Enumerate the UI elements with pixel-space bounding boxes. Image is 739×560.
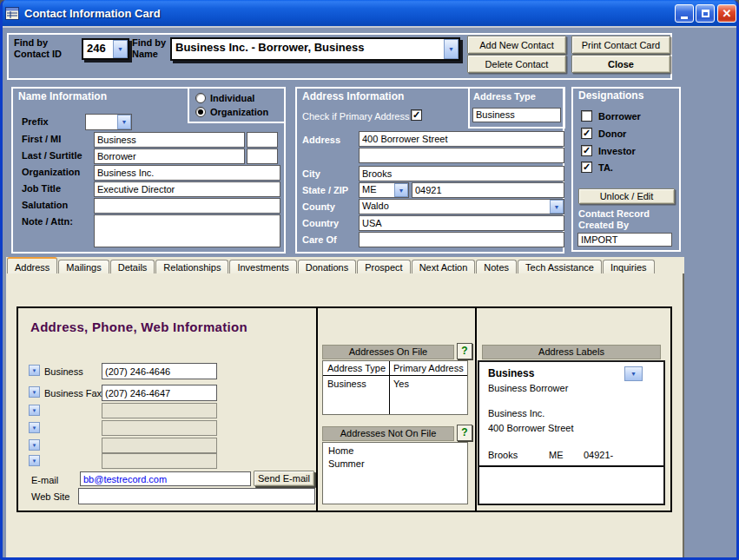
label-org-line: Business Inc.: [488, 408, 544, 418]
tab-details[interactable]: Details: [110, 260, 155, 273]
first-mi-label: First / MI: [22, 134, 61, 145]
middle-initial-field[interactable]: [247, 132, 278, 148]
salutation-field[interactable]: [94, 198, 280, 214]
investor-checkbox[interactable]: ✓: [581, 145, 592, 156]
created-by-field[interactable]: IMPORT: [577, 233, 672, 247]
state-combo[interactable]: ME ▼: [359, 182, 409, 198]
phone-type-dropdown-icon[interactable]: ▼: [29, 422, 40, 433]
primary-address-checkbox[interactable]: ✓: [411, 109, 422, 121]
zip-field[interactable]: [412, 182, 564, 198]
addresses-on-file-header: Addresses On File: [322, 345, 454, 359]
minimize-button[interactable]: [675, 4, 694, 23]
individual-radio[interactable]: [195, 93, 206, 103]
first-name-field[interactable]: [94, 132, 245, 148]
country-field[interactable]: [359, 215, 564, 231]
individual-radio-label: Individual: [210, 93, 254, 104]
find-by-label-line1: Find by: [14, 37, 62, 49]
tab-strip: Address Mailings Details Relationships I…: [6, 257, 684, 273]
tab-relationships[interactable]: Relationships: [155, 260, 228, 273]
phone-field[interactable]: [102, 403, 217, 418]
website-field[interactable]: [78, 488, 315, 504]
county-value: Waldo: [360, 200, 550, 214]
tab-address[interactable]: Address: [7, 257, 57, 273]
label-type-dropdown-icon[interactable]: ▼: [624, 366, 643, 381]
donor-checkbox[interactable]: ✓: [581, 128, 592, 139]
tab-donations[interactable]: Donations: [298, 260, 357, 273]
label-state: ME: [549, 450, 564, 460]
chevron-down-icon[interactable]: ▼: [394, 183, 408, 197]
county-label: County: [302, 201, 335, 213]
note-attn-field[interactable]: [94, 214, 280, 247]
unlock-edit-button[interactable]: Unlock / Edit: [578, 188, 675, 204]
delete-contact-button[interactable]: Delete Contact: [467, 55, 566, 73]
list-item[interactable]: Home: [328, 445, 353, 456]
ta-checkbox[interactable]: ✓: [581, 161, 592, 173]
contact-id-value: 246: [83, 40, 113, 58]
phone-type-dropdown-icon[interactable]: ▼: [29, 386, 40, 398]
help-button[interactable]: ?: [457, 425, 472, 441]
designations-header: Designations: [578, 90, 643, 102]
close-button[interactable]: ✕: [717, 4, 736, 23]
phone-type-dropdown-icon[interactable]: ▼: [29, 455, 40, 466]
label-name-line: Business Borrower: [488, 383, 568, 393]
tab-tech-assistance[interactable]: Tech Assistance: [518, 260, 602, 273]
phone-field[interactable]: [102, 385, 217, 401]
help-button[interactable]: ?: [457, 343, 472, 359]
close-form-button[interactable]: Close: [571, 55, 670, 73]
tab-prospect[interactable]: Prospect: [357, 260, 410, 273]
label-city: Brooks: [488, 450, 518, 460]
address-line2-field[interactable]: [359, 148, 564, 163]
prefix-combo[interactable]: ▼: [85, 114, 132, 130]
section-heading: Address, Phone, Web Information: [30, 320, 247, 334]
address-type-field[interactable]: Business: [472, 108, 561, 122]
chevron-down-icon[interactable]: ▼: [550, 200, 564, 214]
borrower-checkbox[interactable]: [581, 110, 592, 122]
organization-radio[interactable]: [195, 107, 206, 117]
contact-id-combo[interactable]: 246 ▼: [82, 38, 129, 60]
list-item[interactable]: Summer: [328, 458, 365, 469]
find-name-label-line2: Name: [132, 49, 166, 60]
chevron-down-icon[interactable]: ▼: [444, 39, 459, 59]
chevron-down-icon[interactable]: ▼: [113, 40, 128, 58]
print-contact-card-button[interactable]: Print Contact Card: [571, 36, 670, 54]
chevron-down-icon[interactable]: ▼: [117, 115, 131, 129]
last-name-field[interactable]: [94, 148, 245, 164]
phone-type-dropdown-icon[interactable]: ▼: [29, 365, 40, 376]
created-by-label: Contact Record Created By: [578, 208, 650, 231]
add-new-contact-button[interactable]: Add New Contact: [467, 36, 566, 54]
phone-label: Business: [44, 366, 83, 377]
created-by-label-line1: Contact Record: [578, 208, 650, 220]
email-field[interactable]: [80, 471, 251, 486]
tab-inquiries[interactable]: Inquiries: [603, 260, 655, 273]
address-line1-field[interactable]: [359, 131, 564, 147]
donor-checkbox-label: Donor: [598, 128, 626, 140]
tab-mailings[interactable]: Mailings: [58, 260, 109, 273]
label-zip: 04921-: [584, 450, 613, 460]
tab-notes[interactable]: Notes: [476, 260, 517, 273]
care-of-field[interactable]: [359, 232, 564, 247]
phone-type-dropdown-icon[interactable]: ▼: [29, 439, 40, 451]
organization-label: Organization: [22, 167, 80, 178]
job-title-label: Job Title: [22, 183, 61, 194]
send-email-button[interactable]: Send E-mail: [254, 471, 314, 486]
phone-field[interactable]: [102, 420, 217, 436]
phone-field[interactable]: [102, 438, 217, 453]
phone-type-dropdown-icon[interactable]: ▼: [29, 405, 40, 416]
maximize-button[interactable]: [696, 4, 715, 23]
tab-next-action[interactable]: Next Action: [412, 260, 476, 273]
phone-field[interactable]: [102, 363, 217, 379]
phone-field[interactable]: [102, 453, 217, 469]
contact-name-combo[interactable]: Business Inc. - Borrower, Business ▼: [170, 37, 460, 61]
surtitle-field[interactable]: [247, 148, 278, 164]
organization-field[interactable]: [94, 165, 280, 181]
county-combo[interactable]: Waldo ▼: [359, 199, 564, 214]
not-on-file-list[interactable]: Home Summer: [322, 442, 468, 504]
tab-investments[interactable]: Investments: [229, 260, 296, 273]
contact-information-card-window: Contact Information Card ✕ Find by Conta…: [0, 0, 739, 560]
job-title-field[interactable]: [94, 181, 280, 197]
primary-address-label: Check if Primary Address: [302, 111, 409, 122]
table-column-divider: [389, 361, 390, 414]
on-file-table[interactable]: Address Type Primary Address Business Ye…: [322, 360, 468, 415]
find-by-label-line2: Contact ID: [14, 49, 62, 60]
city-field[interactable]: [359, 166, 564, 181]
